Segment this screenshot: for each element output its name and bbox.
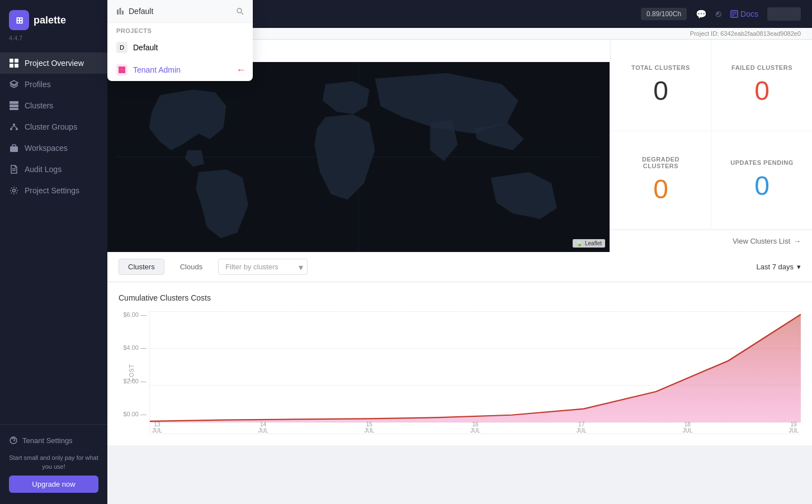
grid-icon [9,58,19,68]
sidebar-item-profiles[interactable]: Profiles [0,74,107,95]
chart-area: Cumulative Clusters Costs $6.00 — $4.00 … [107,282,812,445]
sidebar-item-audit-logs[interactable]: Audit Logs [0,159,107,180]
cost-axis-label: COST [129,364,135,382]
svg-rect-2 [10,64,13,68]
cost-display: 0.89/100Ch [641,8,687,20]
dropdown-selected: Default [129,7,153,16]
leaflet-attribution: 🍃 Leaflet [573,239,605,248]
bottom-section: Clusters Clouds Filter by clusters ▾ Las… [107,252,812,445]
date-range-picker[interactable]: Last 7 days ▾ [757,263,801,271]
projects-section-label: PROJECTS [107,23,253,36]
svg-rect-26 [122,11,124,15]
search-icon [236,7,244,15]
failed-clusters-label: FAILED CLUSTERS [731,64,792,71]
svg-point-27 [237,8,242,13]
svg-rect-5 [10,104,18,107]
sidebar: ⊞ palette 4.4.7 Project Overview Profile… [0,0,107,504]
y-label-6: $6.00 — [119,311,147,318]
arrow-indicator: ← [236,64,246,76]
tab-clouds[interactable]: Clouds [171,259,211,274]
svg-rect-31 [119,70,122,73]
sidebar-item-label: Project Overview [25,59,84,68]
sidebar-item-project-overview[interactable]: Project Overview [0,53,107,74]
x-label-19: 19JUL [789,421,799,434]
sidebar-item-label: Clusters [25,101,53,110]
dropdown-header: Default [107,0,253,23]
y-label-4: $4.00 — [119,344,147,351]
svg-line-11 [14,126,17,128]
svg-point-8 [10,128,12,130]
failed-clusters-value: 0 [754,75,769,106]
share-icon[interactable]: ⎋ [716,9,721,19]
svg-rect-0 [10,59,13,63]
arrow-right-icon: → [794,237,801,245]
sidebar-item-clusters[interactable]: Clusters [0,95,107,116]
x-label-14: 14JUL [258,421,268,434]
upgrade-text: Start small and only pay for what you us… [9,454,98,471]
user-avatar[interactable] [767,7,801,21]
upgrade-section: Start small and only pay for what you us… [9,449,98,497]
file-icon [9,164,19,174]
upgrade-button[interactable]: Upgrade now [9,476,98,493]
content-area: Clusters [107,40,812,504]
total-clusters-label: TOTAL CLUSTERS [631,64,690,71]
updates-pending-value: 0 [754,170,769,201]
sidebar-item-workspaces[interactable]: Workspaces [0,137,107,159]
chart-container: $6.00 — $4.00 — $2.00 — $0.00 — [119,311,801,434]
degraded-clusters-card: DEGRADED CLUSTERS 0 [611,131,711,229]
logo-text: palette [34,15,66,26]
x-label-13: 13JUL [152,421,162,434]
bar-chart-icon [116,7,124,15]
svg-line-28 [242,13,244,15]
x-axis: 13JUL 14JUL 15JUL 16JUL 17JUL 18JUL 19JU… [150,421,801,434]
x-label-17: 17JUL [577,421,587,434]
y-label-0: $0.00 — [119,411,147,417]
docs-link[interactable]: Docs [730,9,758,18]
svg-rect-24 [117,9,119,15]
chat-icon[interactable]: 💬 [696,9,707,20]
filter-select[interactable]: Filter by clusters [218,259,308,275]
sidebar-item-label: Audit Logs [25,165,62,174]
sidebar-logo: ⊞ palette [0,0,107,35]
dropdown-item-tenant-admin[interactable]: Tenant Admin ← [107,59,253,81]
sidebar-item-project-settings[interactable]: Project Settings [0,180,107,201]
sidebar-item-cluster-groups[interactable]: Cluster Groups [0,116,107,137]
briefcase-icon [9,143,19,153]
dropdown-item-label: Tenant Admin [133,65,181,74]
app-version: 4.4.7 [0,35,107,48]
svg-rect-32 [122,70,125,73]
server-icon [9,101,19,111]
view-clusters-link[interactable]: View Clusters List → [611,230,812,252]
layers-icon [9,79,19,89]
svg-rect-29 [119,66,122,70]
svg-point-9 [16,128,18,130]
chevron-down-icon: ▾ [797,263,801,271]
dropdown-item-default[interactable]: D Default [107,36,253,59]
chart-title: Cumulative Clusters Costs [119,293,801,302]
sidebar-bottom: Tenant Settings Start small and only pay… [0,424,107,504]
sidebar-item-label: Workspaces [25,144,68,153]
total-clusters-value: 0 [653,75,668,106]
tabs-left: Clusters Clouds Filter by clusters ▾ [119,259,308,275]
sidebar-item-tenant-settings[interactable]: Tenant Settings [9,431,98,449]
tab-clusters[interactable]: Clusters [119,259,164,275]
tabs-bar: Clusters Clouds Filter by clusters ▾ Las… [107,252,812,282]
map-container[interactable]: 🍃 Leaflet [107,62,610,252]
svg-point-7 [13,123,15,126]
default-project-icon: D [116,42,128,53]
filter-wrapper: Filter by clusters ▾ [218,259,308,275]
stats-panel: TOTAL CLUSTERS 0 FAILED CLUSTERS 0 DEGRA… [611,40,812,252]
chart-svg [150,311,801,422]
x-label-16: 16JUL [470,421,480,434]
logo-icon: ⊞ [9,10,29,30]
tenant-admin-icon [116,64,128,75]
svg-rect-30 [122,66,125,70]
svg-rect-6 [10,108,18,110]
degraded-clusters-value: 0 [653,174,668,205]
svg-line-10 [11,126,14,128]
svg-rect-1 [15,59,18,63]
svg-rect-12 [10,146,18,152]
settings-icon [9,186,19,196]
sidebar-item-label: Project Settings [25,186,79,195]
sidebar-nav: Project Overview Profiles Clusters [0,48,107,424]
